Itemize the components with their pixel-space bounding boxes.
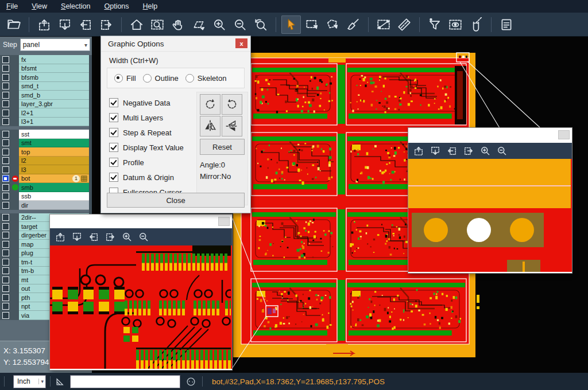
layer-visibility-checkbox[interactable] — [2, 184, 9, 191]
layer-visibility-checkbox[interactable] — [2, 312, 9, 319]
zoom-back-icon[interactable] — [251, 15, 270, 34]
layer-visibility-checkbox[interactable] — [2, 83, 9, 89]
layer-visibility-checkbox[interactable] — [2, 118, 9, 125]
checkbox-datum-origin[interactable]: Datum & Origin — [109, 170, 184, 185]
arrow-up-box-icon[interactable] — [413, 145, 424, 157]
popup-window-button[interactable] — [558, 130, 570, 139]
layer-visibility-checkbox[interactable] — [2, 157, 9, 164]
command-input[interactable] — [70, 375, 180, 388]
zoom-out-icon[interactable] — [138, 231, 149, 243]
zoom-in-icon[interactable] — [210, 15, 229, 34]
layer-visibility-checkbox[interactable] — [2, 214, 9, 221]
layer-visibility-checkbox[interactable] — [2, 193, 9, 200]
layer-visibility-checkbox[interactable] — [2, 92, 9, 99]
measure-icon[interactable] — [374, 15, 393, 34]
radio-outline[interactable]: Outline — [143, 74, 179, 83]
popup-title-bar[interactable] — [50, 214, 232, 228]
menu-help[interactable]: Help — [137, 1, 164, 11]
zoom-in-icon[interactable] — [479, 145, 491, 157]
layer-visibility-checkbox[interactable] — [2, 202, 9, 209]
pan-hand-icon[interactable] — [168, 15, 188, 34]
layer-cell-fx[interactable]: fx — [19, 55, 89, 64]
layer-row-bfsmb[interactable]: bfsmb — [0, 73, 92, 82]
drag-view-icon[interactable] — [189, 15, 208, 34]
layer-cell-l3+1[interactable]: l3+1 — [19, 118, 89, 127]
arrow-right-box-icon[interactable] — [105, 231, 116, 243]
layer-visibility-checkbox[interactable] — [2, 166, 9, 173]
layer-row-l2[interactable]: l2 — [0, 157, 92, 166]
layer-cell-bfsmt[interactable]: bfsmt — [19, 64, 89, 73]
mirror-horizontal-button[interactable] — [222, 116, 242, 136]
layer-cell-top[interactable]: top — [19, 147, 89, 157]
layer-row-l2+1[interactable]: l2+1 — [0, 108, 92, 118]
layer-row-bot[interactable]: bot1 — [0, 174, 92, 184]
checkbox-display-text-value[interactable]: Display Text Value — [109, 140, 184, 155]
layer-row-dir[interactable]: dir — [0, 201, 92, 210]
layer-visibility-checkbox[interactable] — [2, 139, 9, 146]
refresh-icon[interactable] — [185, 376, 196, 387]
layer-cell-l2+1[interactable]: l2+1 — [19, 108, 89, 118]
layer-visibility-checkbox[interactable] — [2, 259, 9, 266]
checkbox-negative-data[interactable]: Negative Data — [109, 95, 184, 110]
layer-visibility-checkbox[interactable] — [2, 110, 9, 116]
layer-row-layer_3.gbr[interactable]: layer_3.gbr — [0, 100, 92, 109]
layer-cell-dir[interactable]: dir — [19, 201, 89, 210]
brush-icon[interactable] — [343, 15, 363, 34]
menu-view[interactable]: View — [25, 1, 53, 11]
layer-cell-smd_t[interactable]: smd_t — [19, 82, 89, 91]
menu-options[interactable]: Options — [98, 1, 135, 11]
folder-open-icon[interactable] — [4, 15, 24, 34]
checkbox-box[interactable] — [109, 113, 118, 122]
ruler-icon[interactable] — [394, 15, 414, 34]
radio-fill[interactable]: Fill — [114, 74, 136, 83]
layer-row-smt[interactable]: smt — [0, 139, 92, 148]
layer-visibility-checkbox[interactable] — [2, 65, 9, 72]
rotate-ccw-button[interactable] — [222, 94, 242, 115]
layer-visibility-checkbox[interactable] — [2, 249, 9, 256]
close-button[interactable]: Close — [107, 193, 245, 208]
layer-active-indicator[interactable] — [12, 184, 18, 190]
arrow-down-box-icon[interactable] — [71, 231, 83, 243]
layer-cell-l3[interactable]: l3 — [19, 165, 89, 174]
layer-visibility-checkbox[interactable] — [2, 285, 9, 292]
view-box-icon[interactable] — [446, 15, 465, 34]
unit-dropdown[interactable]: Inch ▾ — [13, 375, 46, 388]
arrow-up-box-icon[interactable] — [34, 15, 54, 34]
checkbox-box[interactable] — [109, 98, 118, 107]
arrow-down-box-icon[interactable] — [430, 145, 441, 157]
popup-title-bar[interactable] — [408, 128, 572, 143]
menu-file[interactable]: File — [0, 1, 24, 11]
radio-button[interactable] — [114, 74, 123, 83]
layer-row-l3[interactable]: l3 — [0, 165, 92, 174]
arrow-right-box-icon[interactable] — [96, 15, 116, 34]
dialog-title[interactable]: Graphic Options — [101, 36, 250, 52]
arrow-left-box-icon[interactable] — [76, 15, 95, 34]
checkbox-multi-layers[interactable]: Multi Layers — [109, 110, 184, 125]
select-rect-icon[interactable] — [302, 15, 322, 34]
layer-visibility-checkbox[interactable] — [2, 56, 9, 63]
layer-visibility-checkbox[interactable] — [2, 232, 9, 239]
magnet-icon[interactable] — [466, 15, 486, 34]
select-poly-icon[interactable] — [323, 15, 342, 34]
radio-skeleton[interactable]: Skeleton — [185, 74, 227, 83]
layer-row-bfsmt[interactable]: bfsmt — [0, 64, 92, 73]
layer-cell-l2[interactable]: l2 — [19, 157, 89, 166]
layer-visibility-checkbox[interactable] — [2, 74, 9, 81]
checkbox-box[interactable] — [109, 143, 118, 152]
layer-visibility-checkbox[interactable] — [2, 241, 9, 248]
layer-cell-ssb[interactable]: ssb — [19, 192, 89, 201]
checkbox-box[interactable] — [109, 128, 118, 137]
layer-row-smd_b[interactable]: smd_b — [0, 91, 92, 100]
arrow-right-box-icon[interactable] — [463, 145, 474, 157]
pointer-select-icon[interactable] — [281, 15, 301, 34]
layer-visibility-checkbox[interactable] — [2, 131, 9, 138]
rotate-cw-button[interactable] — [200, 94, 220, 115]
report-icon[interactable] — [497, 15, 516, 34]
layer-cell-sst[interactable]: sst — [19, 130, 89, 139]
layer-cell-smb[interactable]: smb — [19, 183, 89, 192]
layer-cell-bot[interactable]: bot1 — [19, 174, 89, 184]
layer-row-smd_t[interactable]: smd_t — [0, 82, 92, 91]
radio-button[interactable] — [143, 74, 152, 83]
layer-row-smb[interactable]: smb — [0, 183, 92, 192]
reset-button[interactable]: Reset — [200, 139, 245, 155]
